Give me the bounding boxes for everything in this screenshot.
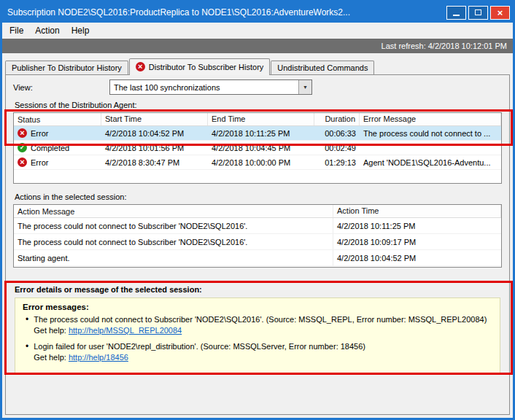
menu-file[interactable]: File bbox=[4, 23, 29, 38]
error-message-item: The process could not connect to Subscri… bbox=[26, 314, 492, 336]
replication-monitor-window: Subscription NODE2\SQL2016:ProductReplic… bbox=[0, 0, 515, 420]
tab-distributor-to-subscriber-history[interactable]: Distributor To Subscriber History bbox=[129, 58, 271, 75]
tab-publisher-to-distributor-history[interactable]: Publisher To Distributor History bbox=[5, 61, 128, 74]
view-row: View: The last 100 synchronizations bbox=[13, 79, 502, 95]
table-row[interactable]: The process could not connect to Subscri… bbox=[14, 218, 501, 234]
minimize-button[interactable] bbox=[446, 6, 466, 20]
error-message-text: Login failed for user 'NODE2\repl_distri… bbox=[34, 341, 365, 352]
error-icon bbox=[136, 62, 145, 71]
action-time-cell: 4/2/2018 10:09:17 PM bbox=[333, 238, 501, 246]
table-row[interactable]: Starting agent. 4/2/2018 10:04:52 PM bbox=[14, 250, 501, 266]
tab-pane: View: The last 100 synchronizations Sess… bbox=[5, 74, 510, 415]
error-message-cell: The process could not connect to ... bbox=[360, 129, 501, 138]
menu-action[interactable]: Action bbox=[29, 23, 65, 38]
error-messages-heading: Error messages: bbox=[23, 303, 492, 311]
bullet-icon bbox=[26, 341, 28, 363]
menu-help[interactable]: Help bbox=[66, 23, 96, 38]
duration-cell: 00:06:33 bbox=[314, 129, 360, 138]
table-row[interactable]: Completed 4/2/2018 10:01:56 PM 4/2/2018 … bbox=[14, 141, 501, 155]
status-text: Error bbox=[31, 129, 48, 138]
column-header-end-time[interactable]: End Time bbox=[208, 113, 314, 125]
tab-label: Distributor To Subscriber History bbox=[149, 63, 264, 71]
status-text: Error bbox=[31, 158, 48, 167]
table-row[interactable]: Error 4/2/2018 10:04:52 PM 4/2/2018 10:1… bbox=[14, 126, 501, 141]
column-header-duration[interactable]: Duration bbox=[314, 113, 360, 125]
close-icon bbox=[497, 8, 503, 18]
sessions-table-header: Status Start Time End Time Duration Erro… bbox=[14, 113, 501, 126]
action-time-cell: 4/2/2018 10:11:25 PM bbox=[333, 222, 501, 230]
help-link[interactable]: http://help/MSSQL_REPL20084 bbox=[69, 326, 182, 335]
error-icon bbox=[18, 128, 27, 138]
column-header-start-time[interactable]: Start Time bbox=[101, 113, 208, 125]
tab-undistributed-commands[interactable]: Undistributed Commands bbox=[271, 61, 374, 74]
start-time-cell: 4/2/2018 10:04:52 PM bbox=[101, 129, 208, 138]
start-time-cell: 4/2/2018 10:01:56 PM bbox=[101, 144, 208, 152]
error-message-item: Login failed for user 'NODE2\repl_distri… bbox=[26, 341, 492, 363]
last-refresh-strip: Last refresh: 4/2/2018 10:12:01 PM bbox=[2, 39, 513, 53]
start-time-cell: 4/2/2018 8:30:47 PM bbox=[101, 158, 208, 167]
bullet-icon bbox=[26, 314, 28, 336]
chevron-down-icon bbox=[303, 85, 308, 90]
error-message-text: The process could not connect to Subscri… bbox=[34, 314, 487, 325]
actions-table-header: Action Message Action Time bbox=[14, 205, 501, 218]
view-label: View: bbox=[13, 83, 109, 92]
action-message-cell: Starting agent. bbox=[14, 250, 333, 265]
end-time-cell: 4/2/2018 10:11:25 PM bbox=[208, 129, 314, 138]
sessions-table: Status Start Time End Time Duration Erro… bbox=[13, 112, 502, 184]
duration-cell: 00:02:49 bbox=[314, 144, 360, 152]
tab-label: Undistributed Commands bbox=[277, 63, 368, 72]
actions-label: Actions in the selected session: bbox=[15, 192, 502, 202]
error-message-cell: Agent 'NODE1\SQL2016-Adventu... bbox=[360, 158, 501, 167]
action-time-cell: 4/2/2018 10:04:52 PM bbox=[333, 254, 501, 262]
action-message-cell: The process could not connect to Subscri… bbox=[14, 234, 333, 249]
column-header-status[interactable]: Status bbox=[14, 113, 101, 125]
end-time-cell: 4/2/2018 10:00:00 PM bbox=[208, 158, 314, 167]
column-header-action-time[interactable]: Action Time bbox=[333, 205, 501, 217]
titlebar: Subscription NODE2\SQL2016:ProductReplic… bbox=[2, 2, 513, 23]
success-icon bbox=[18, 143, 27, 152]
sessions-label: Sessions of the Distribution Agent: bbox=[15, 101, 502, 110]
error-details-label: Error details or message of the selected… bbox=[15, 285, 502, 295]
close-button[interactable] bbox=[490, 6, 510, 20]
action-message-cell: The process could not connect to Subscri… bbox=[14, 218, 333, 233]
view-dropdown[interactable]: The last 100 synchronizations bbox=[109, 79, 312, 95]
table-row[interactable]: Error 4/2/2018 8:30:47 PM 4/2/2018 10:00… bbox=[14, 155, 501, 170]
tab-label: Publisher To Distributor History bbox=[12, 63, 122, 72]
get-help-label: Get help: bbox=[34, 353, 69, 362]
status-text: Completed bbox=[31, 144, 69, 152]
menu-bar: File Action Help bbox=[2, 23, 513, 39]
actions-table: Action Message Action Time The process c… bbox=[13, 204, 502, 268]
duration-cell: 01:29:13 bbox=[314, 158, 360, 167]
error-details-panel: Error messages: The process could not co… bbox=[15, 298, 500, 373]
table-row[interactable]: The process could not connect to Subscri… bbox=[14, 234, 501, 250]
tab-strip: Publisher To Distributor History Distrib… bbox=[5, 58, 513, 74]
error-icon bbox=[18, 158, 27, 167]
get-help-label: Get help: bbox=[34, 326, 69, 335]
help-link[interactable]: http://help/18456 bbox=[69, 353, 128, 362]
dropdown-button[interactable] bbox=[298, 80, 311, 94]
view-dropdown-value: The last 100 synchronizations bbox=[110, 80, 298, 94]
maximize-button[interactable] bbox=[468, 6, 488, 20]
maximize-icon bbox=[475, 9, 481, 15]
column-header-error-message[interactable]: Error Message bbox=[360, 113, 501, 125]
minimize-icon bbox=[453, 15, 460, 16]
window-title: Subscription NODE2\SQL2016:ProductReplic… bbox=[7, 7, 444, 18]
column-header-action-message[interactable]: Action Message bbox=[14, 205, 333, 217]
end-time-cell: 4/2/2018 10:04:45 PM bbox=[208, 144, 314, 152]
last-refresh-text: Last refresh: 4/2/2018 10:12:01 PM bbox=[382, 42, 507, 50]
